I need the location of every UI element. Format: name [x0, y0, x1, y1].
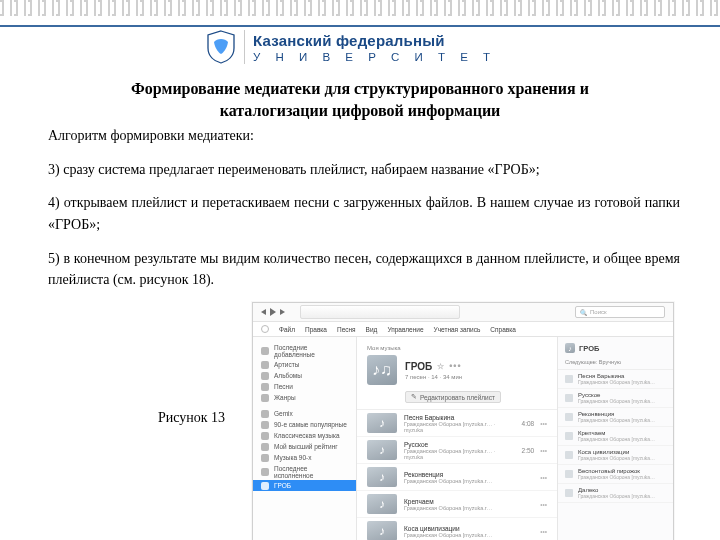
sidebar-item[interactable]: 90-е самые популярные	[253, 419, 356, 430]
more-icon[interactable]: •••	[540, 447, 547, 454]
prev-icon[interactable]	[261, 309, 266, 315]
playlist-art-icon: ♪♫	[367, 355, 397, 385]
sidebar-item-label: Песни	[274, 383, 293, 390]
track-title: Крепчаем	[404, 498, 540, 505]
more-icon[interactable]: •••	[540, 420, 547, 427]
note-icon	[565, 413, 573, 421]
sidebar: Последние добавленные Артисты Альбомы Пе…	[253, 337, 357, 540]
track-row[interactable]: ♪Песня БарыкинаГражданская Оборона [myzu…	[357, 410, 557, 437]
queue-row[interactable]: ДалекоГражданская Оборона [myzuka…	[558, 484, 673, 503]
sidebar-item-label: Мой высший рейтинг	[274, 443, 338, 450]
note-icon	[565, 432, 573, 440]
queue-row[interactable]: РеконвенцияГражданская Оборона [myzuka…	[558, 408, 673, 427]
note-icon	[565, 451, 573, 459]
playlist-icon	[261, 432, 269, 440]
queue-row[interactable]: Песня БарыкинаГражданская Оборона [myzuk…	[558, 370, 673, 389]
menu-file[interactable]: Файл	[279, 326, 295, 333]
sidebar-item-label: Gemix	[274, 410, 293, 417]
more-icon[interactable]: •••	[540, 474, 547, 481]
queue-row[interactable]: Беспонтовый пирожокГражданская Оборона […	[558, 465, 673, 484]
note-icon: ♪	[367, 413, 397, 433]
sidebar-item-label: ГРОБ	[274, 482, 291, 489]
track-row[interactable]: ♪КрепчаемГражданская Оборона [myzuka.r…•…	[357, 491, 557, 518]
menu-edit[interactable]: Правка	[305, 326, 327, 333]
queue-subtitle: Следующее: Вручную	[558, 359, 673, 370]
sidebar-item[interactable]: Жанры	[253, 392, 356, 403]
note-icon	[565, 375, 573, 383]
queue-track-artist: Гражданская Оборона [myzuka…	[578, 417, 666, 423]
sidebar-item[interactable]: Gemix	[253, 408, 356, 419]
track-artist: Гражданская Оборона [myzuka.r…	[404, 532, 540, 538]
queue-row[interactable]: Коса цивилизацииГражданская Оборона [myz…	[558, 446, 673, 465]
playlist-icon	[261, 468, 269, 476]
menu-control[interactable]: Управление	[387, 326, 423, 333]
track-row[interactable]: ♪Коса цивилизацииГражданская Оборона [my…	[357, 518, 557, 540]
sidebar-item[interactable]: Последние добавленные	[253, 342, 356, 359]
note-icon: ♪	[367, 521, 397, 540]
menu-song[interactable]: Песня	[337, 326, 356, 333]
queue-row[interactable]: КрепчаемГражданская Оборона [myzuka…	[558, 427, 673, 446]
track-row[interactable]: ♪РеконвенцияГражданская Оборона [myzuka.…	[357, 464, 557, 491]
menu-view[interactable]: Вид	[366, 326, 378, 333]
sidebar-item-selected[interactable]: ГРОБ	[253, 480, 356, 491]
search-input[interactable]: 🔍 Поиск	[575, 306, 665, 318]
track-time: 2:50	[522, 447, 535, 454]
sidebar-item[interactable]: Музыка 90-х	[253, 452, 356, 463]
queue-track-artist: Гражданская Оборона [myzuka…	[578, 398, 666, 404]
nav-breadcrumb[interactable]: Моя музыка	[367, 345, 547, 351]
track-artist: Гражданская Оборона [myzuka.r… · myzuka	[404, 448, 516, 460]
traffic-light-icon[interactable]	[261, 325, 269, 333]
menu-help[interactable]: Справка	[490, 326, 516, 333]
logo-divider	[244, 30, 245, 64]
playback-controls[interactable]	[261, 308, 285, 316]
sidebar-item[interactable]: Песни	[253, 381, 356, 392]
queue-row[interactable]: РусскоеГражданская Оборона [myzuka…	[558, 389, 673, 408]
note-icon: ♪	[565, 343, 575, 353]
track-artist: Гражданская Оборона [myzuka.r…	[404, 478, 540, 484]
playlist-header: Моя музыка ♪♫ ГРОБ☆••• 7 песен · 14 · 34…	[357, 337, 557, 410]
sidebar-item[interactable]: Артисты	[253, 359, 356, 370]
playlist-icon	[261, 410, 269, 418]
title-line-1: Формирование медиатеки для структурирова…	[131, 80, 589, 97]
note-icon	[565, 489, 573, 497]
queue-track-artist: Гражданская Оборона [myzuka…	[578, 436, 666, 442]
track-title: Реконвенция	[404, 471, 540, 478]
next-icon[interactable]	[280, 309, 285, 315]
step-5: 5) в конечном результате мы видим количе…	[48, 248, 680, 291]
sidebar-item[interactable]: Мой высший рейтинг	[253, 441, 356, 452]
queue-header: ♪ГРОБ	[558, 337, 673, 359]
playlist-icon	[261, 454, 269, 462]
page-title: Формирование медиатеки для структурирова…	[0, 78, 720, 121]
edit-playlist-button[interactable]: ✎ Редактировать плейлист	[405, 391, 501, 403]
sidebar-item-label: Классическая музыка	[274, 432, 340, 439]
star-icon[interactable]: ☆	[437, 362, 444, 371]
track-row[interactable]: ♪РусскоеГражданская Оборона [myzuka.r… ·…	[357, 437, 557, 464]
sidebar-item-label: Артисты	[274, 361, 299, 368]
play-icon[interactable]	[270, 308, 276, 316]
menu-account[interactable]: Учетная запись	[434, 326, 481, 333]
sidebar-item[interactable]: Классическая музыка	[253, 430, 356, 441]
sidebar-item[interactable]: Альбомы	[253, 370, 356, 381]
sidebar-item[interactable]: Последнее исполненное	[253, 463, 356, 480]
header-rule	[0, 25, 720, 27]
shield-icon	[206, 30, 236, 64]
queue-title: ГРОБ	[579, 344, 599, 353]
playlist-title: ГРОБ	[405, 361, 432, 372]
tag-icon	[261, 394, 269, 402]
note-icon: ♪	[367, 467, 397, 487]
note-icon	[565, 470, 573, 478]
queue-panel: ♪ГРОБ Следующее: Вручную Песня БарыкинаГ…	[558, 337, 673, 540]
sidebar-item-label: Последнее исполненное	[274, 465, 348, 479]
note-icon	[565, 394, 573, 402]
more-icon[interactable]: •••	[540, 528, 547, 535]
sidebar-item-label: Последние добавленные	[274, 344, 348, 358]
figure-caption: Рисунок 13	[158, 410, 225, 426]
track-artist: Гражданская Оборона [myzuka.r…	[404, 505, 540, 511]
album-icon	[261, 372, 269, 380]
playlist-panel: Моя музыка ♪♫ ГРОБ☆••• 7 песен · 14 · 34…	[357, 337, 558, 540]
university-subtitle: У Н И В Е Р С И Т Е Т	[253, 51, 496, 63]
more-icon[interactable]: •••	[540, 501, 547, 508]
more-icon[interactable]: •••	[449, 361, 461, 371]
note-icon: ♪	[367, 494, 397, 514]
step-4: 4) открываем плейлист и перетаскиваем пе…	[48, 192, 680, 235]
